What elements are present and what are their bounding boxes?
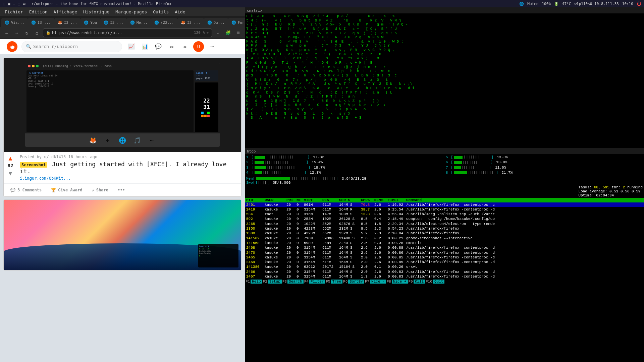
minimize-icon[interactable]: —: [13, 2, 15, 6]
tab-vis[interactable]: 🌐 Vis...: [1, 18, 28, 27]
htop-footer-btn-f3[interactable]: F3 Search: [282, 280, 304, 284]
htop-footer-btn-f10[interactable]: F10 Quit: [425, 280, 444, 284]
search-icon: 🔍: [26, 44, 31, 49]
htop-footer-btn-f1[interactable]: F1 Help: [245, 280, 262, 284]
post-meta: Posted by u/idk1415 16 hours ago: [20, 155, 238, 159]
titlebar-title: r/unixporn - the home for *NIX customiza…: [32, 2, 171, 6]
share-icon: ↗: [92, 188, 94, 192]
firefox-icon: 🦊: [88, 135, 98, 145]
menu-outils[interactable]: Outils: [150, 9, 171, 15]
telegram-icon: ✈: [103, 135, 112, 145]
comments-button[interactable]: 💬 3 Comments: [8, 186, 44, 194]
post-title-row: Screenshot Just getting started with [XF…: [20, 161, 238, 175]
chart-button[interactable]: 📊: [140, 41, 150, 52]
reddit-logo[interactable]: [7, 41, 17, 52]
post-link[interactable]: i.imgur.com/QbKWit...: [20, 176, 238, 181]
temp-label: 47°C: [562, 2, 571, 6]
tab-label: I3-...: [187, 20, 201, 25]
home-button[interactable]: ⌂: [33, 29, 41, 37]
browser-addressbar: ← → ↻ ⌂ 🔒 https://www.reddit.com/r/u... …: [0, 27, 245, 39]
mail-button[interactable]: ✉: [166, 41, 177, 52]
menu-fichier[interactable]: Fichier: [2, 9, 26, 15]
edit-button[interactable]: ✏: [180, 41, 191, 52]
tab-label: (22...: [161, 20, 174, 25]
tab-you[interactable]: 🌐 You: [80, 18, 100, 27]
htop-footer-btn-f7[interactable]: F7 Nice -: [364, 280, 386, 284]
htop-footer-btn-f8[interactable]: F8 Nice +: [386, 280, 408, 284]
htop-footer-btn-f5[interactable]: F5 Tree: [325, 280, 342, 284]
zoom-level: 120 %: [194, 31, 205, 35]
reload-button[interactable]: ↻: [23, 29, 31, 37]
post-screenshot: [XFCE] Running • xfce4-terminal - bash ~…: [25, 63, 220, 147]
menu-affichage[interactable]: Affichage: [51, 9, 80, 15]
htop-footer-btn-f4[interactable]: F4 Filter: [304, 280, 325, 284]
vote-section: ▲ 82 ▼: [4, 152, 17, 183]
tab-favicon: 🌐: [154, 20, 159, 25]
tab-i3-1[interactable]: 🌐 I3-...: [28, 18, 54, 27]
main-content: Fichier Edition Affichage Historique Mar…: [0, 7, 644, 362]
menu-button[interactable]: ≡: [234, 29, 242, 37]
avatar-button[interactable]: U: [193, 41, 204, 52]
back-button[interactable]: ←: [3, 29, 11, 37]
browser-pane: Fichier Edition Affichage Historique Mar…: [0, 7, 245, 362]
tab-22[interactable]: 🌐 (22...: [151, 18, 177, 27]
tab-i3-3[interactable]: 🌐 I3-...: [100, 18, 127, 27]
cmatrix-title: cmatrix: [247, 8, 262, 13]
tab-me[interactable]: 🌐 Me...: [127, 18, 151, 27]
extensions-button[interactable]: 🧩: [224, 29, 232, 37]
browser-content[interactable]: 🔍 Search r/unixporn 📈 📊 💬 ✉ ✏ U ⋯: [0, 39, 245, 362]
downvote-button[interactable]: ▼: [9, 170, 12, 177]
tab-label: Qu...: [214, 20, 225, 25]
maximize-icon[interactable]: □: [18, 2, 20, 6]
upvote-button[interactable]: ▲: [9, 155, 12, 162]
tab-favicon: 🌐: [5, 20, 9, 25]
menu-aide[interactable]: Aide: [172, 9, 188, 15]
cmatrix-window: cmatrix L k A x a C e 9 S g ? i P J p a …: [245, 7, 644, 148]
tab-i3-2[interactable]: 🦊 I3-...: [54, 18, 81, 27]
comments-label: 3 Comments: [17, 188, 42, 192]
restore-icon[interactable]: ⧉: [23, 2, 25, 6]
reddit-search-box[interactable]: 🔍 Search r/unixporn: [21, 41, 122, 52]
share-label: Share: [96, 188, 108, 192]
post-tag: Screenshot: [20, 162, 47, 168]
search-placeholder: Search r/unixporn: [33, 44, 78, 49]
terminal-overlay: bash ~ $ $ ls -la Documents/ Downloads/ …: [198, 244, 238, 267]
tab-favicon: 🌐: [231, 20, 236, 25]
tab-label: I3-...: [64, 20, 77, 25]
htop-content[interactable]: 1 [ ||||||||||||||| ] 17.8% 2 [ ||||||||…: [245, 154, 644, 362]
sc-content-area: ~$ neofetch OS: Arch Linux x86_64 WM: i3…: [25, 69, 220, 133]
tab-favicon: 🦊: [58, 20, 62, 25]
wifi-label: wlp110s0 10.8.111.33: [574, 2, 619, 6]
bookmark-icon[interactable]: ☆: [206, 30, 209, 35]
give-award-button[interactable]: 🏆 Give Award: [48, 186, 85, 194]
tab-qu[interactable]: 🌐 Qu...: [204, 18, 228, 27]
post-actions: 💬 3 Comments 🏆 Give Award ↗ Share: [4, 183, 241, 196]
share-button[interactable]: ↗ Share: [89, 186, 111, 194]
chat-button[interactable]: 💬: [153, 41, 164, 52]
post-vote-area: ▲ 82 ▼ Posted by u/idk1415 16 hours ago …: [4, 152, 241, 183]
more-button[interactable]: ⋯: [207, 41, 217, 52]
htop-footer-btn-f2[interactable]: F2 Setup: [262, 280, 282, 284]
trending-button[interactable]: 📈: [126, 41, 137, 52]
more-actions-button[interactable]: •••: [115, 186, 128, 194]
tab-favicon: 🌐: [130, 20, 135, 25]
htop-footer-btn-f9[interactable]: F9 Kill: [408, 280, 425, 284]
download-button[interactable]: ↓: [214, 29, 222, 37]
terminal-icon[interactable]: ▣: [8, 2, 10, 6]
tab-i3-4[interactable]: 🦊 I3-...: [177, 18, 204, 27]
desktop-icon[interactable]: ⊞: [3, 1, 5, 6]
menu-edition[interactable]: Edition: [26, 9, 50, 15]
url-bar[interactable]: 🔒 https://www.reddit.com/r/u... 120 % ☆: [43, 28, 212, 37]
tab-label: I3-...: [38, 20, 51, 25]
power-button[interactable]: ⏻: [637, 1, 641, 6]
menu-marquepages[interactable]: Marque-pages: [113, 9, 150, 15]
cmatrix-titlebar: cmatrix: [245, 7, 644, 13]
htop-footer-btn-f6[interactable]: F6 SortBy: [342, 280, 364, 284]
time-label: 10:10: [622, 2, 633, 6]
tab-for[interactable]: 🌐 For...: [228, 18, 245, 27]
post-title: Just getting started with [XFCE]. I alre…: [20, 161, 226, 175]
menu-historique[interactable]: Historique: [80, 9, 112, 15]
tab-favicon: 🦊: [181, 20, 185, 25]
app-icons-row: 🦊 ✈ 🌐 🎵 ⋯: [25, 133, 220, 147]
forward-button[interactable]: →: [13, 29, 21, 37]
